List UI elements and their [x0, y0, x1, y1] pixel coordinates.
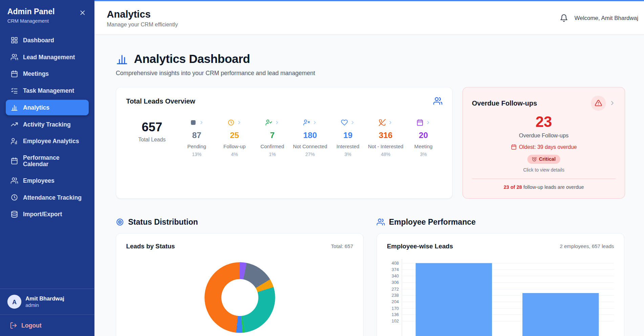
bar-chart-icon — [11, 104, 18, 111]
page-head: Analytics Dashboard — [116, 52, 624, 66]
stat-label: Pending — [187, 143, 206, 150]
page-header-title: Analytics — [107, 8, 178, 20]
bell-icon[interactable] — [560, 14, 568, 22]
sidebar-item-activity-tracking[interactable]: Activity Tracking — [6, 116, 89, 132]
stat-not-interested[interactable]: 316Not - Interested48% — [367, 118, 405, 157]
stat-not-connected[interactable]: 180Not Connected27% — [291, 118, 329, 157]
overdue-followups-card[interactable]: Overdue Follow-ups 23 Overdue Follow-ups — [463, 87, 625, 198]
chevron-right-icon — [425, 120, 431, 125]
stat-percent: 3% — [420, 152, 427, 157]
sidebar-item-label: Employees — [23, 177, 55, 184]
stat-meeting[interactable]: 20Meeting3% — [405, 118, 443, 157]
trending-up-icon — [11, 121, 18, 128]
y-axis-tick: 204 — [392, 299, 399, 304]
sidebar-item-label: Analytics — [23, 104, 49, 111]
stat-interested[interactable]: 19Interested3% — [329, 118, 367, 157]
sidebar-item-employees[interactable]: Employees — [6, 173, 89, 188]
total-leads-block: 657 Total Leads — [126, 118, 178, 157]
sidebar-item-dashboard[interactable]: Dashboard — [6, 32, 89, 48]
chevron-right-icon — [387, 120, 393, 125]
app-root: Admin Panel CRM Management DashboardLead… — [0, 0, 644, 336]
sidebar-item-lead-management[interactable]: Lead Management — [6, 49, 89, 65]
sidebar-item-label: Activity Tracking — [23, 121, 71, 128]
sidebar-item-label: Import/Export — [23, 211, 62, 217]
stat-percent: 3% — [344, 152, 351, 157]
status-donut-chart — [204, 262, 275, 333]
y-axis-line — [402, 259, 402, 336]
y-axis-tick: 102 — [392, 318, 399, 323]
users-icon — [11, 177, 18, 184]
stat-value: 25 — [230, 131, 239, 140]
app-subtitle: CRM Management — [7, 18, 55, 24]
topbar: Analytics Manage your CRM efficiently We… — [94, 1, 644, 35]
welcome-text: Welcome, Amit Bhardwaj — [575, 15, 638, 21]
stat-pending[interactable]: 87Pending13% — [178, 118, 216, 157]
analytics-chart-icon — [116, 53, 128, 65]
chevron-right-icon — [198, 120, 204, 125]
stat-percent: 1% — [269, 152, 276, 157]
close-icon — [79, 9, 86, 17]
sidebar-item-import-export[interactable]: Import/Export — [6, 206, 89, 222]
user-x-icon — [303, 119, 310, 126]
bar-card-title: Employee-wise Leads — [387, 242, 453, 250]
user-name: Amit Bhardwaj — [25, 295, 64, 301]
sidebar: Admin Panel CRM Management DashboardLead… — [0, 0, 94, 336]
sidebar-item-performance-calendar[interactable]: Performance Calendar — [6, 150, 89, 172]
sidebar-item-attendance-tracking[interactable]: Attendance Tracking — [6, 189, 89, 205]
overdue-hint: Click to view details — [472, 167, 616, 172]
user-role: admin — [25, 302, 64, 308]
stat-percent: 13% — [192, 152, 201, 157]
stat-percent: 48% — [381, 152, 390, 157]
logout-button[interactable]: Logout — [0, 314, 94, 336]
sidebar-item-label: Performance Calendar — [23, 154, 84, 167]
sidebar-close-button[interactable] — [77, 7, 88, 19]
employee-performance-section: Employee Performance Employee-wise Leads… — [377, 217, 624, 336]
user-chart-icon — [11, 137, 18, 145]
target-icon — [116, 218, 124, 226]
sidebar-item-employee-analytics[interactable]: Employee Analytics — [6, 133, 89, 149]
sidebar-nav: DashboardLead ManagementMeetingsTask Man… — [0, 29, 94, 223]
stat-confirmed[interactable]: 7Confirmed1% — [253, 118, 291, 157]
user-check-icon — [265, 119, 272, 126]
overdue-card-title: Overdue Follow-ups — [472, 99, 537, 107]
stat-percent: 4% — [231, 152, 238, 157]
y-axis-tick: 170 — [392, 306, 399, 311]
chevron-right-icon — [350, 120, 355, 125]
stat-label: Confirmed — [260, 143, 284, 150]
heart-icon — [341, 119, 348, 126]
sidebar-item-analytics[interactable]: Analytics — [6, 100, 89, 115]
database-icon — [11, 210, 18, 218]
calendar-icon — [511, 144, 516, 150]
main-area: Analytics Manage your CRM efficiently We… — [94, 0, 644, 336]
app-title: Admin Panel — [7, 7, 55, 17]
stat-value: 7 — [270, 131, 274, 140]
stat-value: 180 — [303, 131, 317, 140]
y-axis-tick: 408 — [392, 261, 399, 266]
people-icon — [377, 218, 385, 226]
stat-label: Not - Interested — [368, 143, 404, 150]
y-axis-tick: 374 — [392, 267, 399, 272]
sidebar-item-label: Meetings — [23, 71, 49, 77]
critical-badge: Critical — [528, 155, 560, 164]
bar-chart-plot — [402, 259, 614, 336]
stat-value: 20 — [419, 131, 428, 140]
page-subtitle: Comprehensive insights into your CRM per… — [116, 70, 624, 76]
stat-label: Follow-up — [223, 143, 246, 150]
chevron-right-icon — [236, 120, 242, 125]
stat-value: 19 — [343, 131, 352, 140]
stat-value: 87 — [192, 131, 201, 140]
overview-card-title: Total Leads Overview — [126, 97, 195, 105]
sidebar-item-task-management[interactable]: Task Management — [6, 83, 89, 98]
clock-icon — [11, 194, 18, 201]
bar-card-meta: 2 employees, 657 leads — [560, 243, 614, 249]
alert-circle — [591, 96, 606, 111]
y-axis-tick: 306 — [392, 280, 399, 285]
stat-follow-up[interactable]: 25Follow-up4% — [216, 118, 254, 157]
status-distribution-section: Status Distribution Leads by Status Tota… — [116, 217, 363, 336]
chevron-right-icon — [609, 100, 616, 106]
total-leads-value: 657 — [126, 120, 178, 134]
sidebar-item-meetings[interactable]: Meetings — [6, 66, 89, 82]
chevron-right-icon — [274, 120, 280, 125]
overdue-count: 23 — [472, 114, 616, 130]
stat-percent: 27% — [305, 152, 315, 157]
